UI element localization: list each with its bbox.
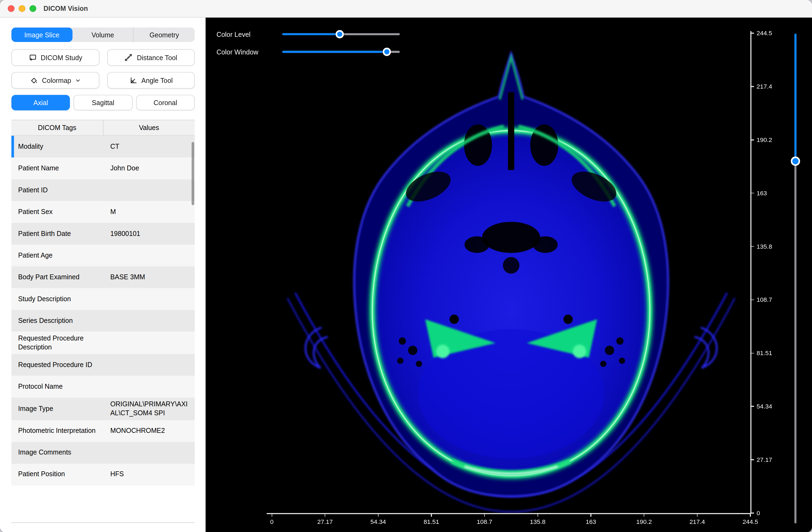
sidebar: Image Slice Volume Geometry DICOM Study <box>0 18 206 532</box>
table-row-patient-birth-date[interactable]: Patient Birth Date19800101 <box>11 223 194 244</box>
y-tick-label: 108.7 <box>756 296 772 303</box>
view-orientation-buttons: Axial Sagittal Coronal <box>11 95 194 110</box>
table-row-modality[interactable]: ModalityCT <box>11 136 194 157</box>
table-row-patient-id[interactable]: Patient ID <box>11 179 194 201</box>
table-row-patient-name[interactable]: Patient NameJohn Doe <box>11 158 194 179</box>
distance-caliper-icon <box>125 53 133 62</box>
angle-tool-label: Angle Tool <box>141 76 173 84</box>
y-tick-label: 217.4 <box>756 83 772 90</box>
table-row-series-description[interactable]: Series Description <box>11 310 194 332</box>
x-tick-label: 135.8 <box>530 518 546 526</box>
y-tick-label: 135.8 <box>756 243 772 250</box>
x-tick-label: 54.34 <box>371 518 386 526</box>
table-row-patient-sex[interactable]: Patient SexM <box>11 201 194 223</box>
coronal-button[interactable]: Coronal <box>136 95 195 110</box>
colormap-button[interactable]: Colormap <box>11 72 99 88</box>
distance-tool-button[interactable]: Distance Tool <box>107 49 194 66</box>
table-row-requested-procedure-description[interactable]: Requested Procedure Description <box>11 332 194 354</box>
table-row-image-comments[interactable]: Image Comments <box>11 442 194 463</box>
dicom-study-button[interactable]: DICOM Study <box>11 49 99 66</box>
table-row-study-description[interactable]: Study Description <box>11 288 194 310</box>
angle-tool-button[interactable]: Angle Tool <box>107 72 194 88</box>
slice-slider-fill <box>794 33 797 161</box>
x-tick-label: 108.7 <box>477 518 492 526</box>
table-scrollbar[interactable] <box>192 142 194 205</box>
x-tick-label: 190.2 <box>636 518 652 526</box>
dicom-study-label: DICOM Study <box>41 54 82 61</box>
table-row-body-part-examined[interactable]: Body Part ExaminedBASE 3MM <box>11 266 194 288</box>
column-header-values: Values <box>103 120 195 135</box>
minimize-button[interactable] <box>19 5 26 12</box>
x-tick-label: 163 <box>586 518 596 526</box>
study-card-plus-icon <box>28 53 37 62</box>
tab-volume[interactable]: Volume <box>72 27 133 42</box>
dicom-tags-table: DICOM Tags Values ModalityCT Patient Nam… <box>11 120 194 523</box>
column-header-tags: DICOM Tags <box>11 120 103 135</box>
close-button[interactable] <box>8 5 15 12</box>
x-axis-ticks: 0 27.17 54.34 81.51 108.7 135.8 163 190.… <box>272 513 750 526</box>
ct-slice-image <box>272 31 750 513</box>
paint-bucket-icon <box>29 76 38 85</box>
x-tick-label: 27.17 <box>317 518 333 526</box>
window-title: DICOM Vision <box>44 4 88 12</box>
y-axis-ticks: 244.5 217.4 190.2 163 135.8 108.7 81.51 … <box>750 33 781 513</box>
tool-buttons: DICOM Study Distance Tool <box>11 49 194 88</box>
table-row-patient-age[interactable]: Patient Age <box>11 244 194 266</box>
sagittal-button[interactable]: Sagittal <box>74 95 132 110</box>
x-tick-label: 217.4 <box>690 518 705 526</box>
slice-slider[interactable] <box>791 33 800 523</box>
y-tick-label: 190.2 <box>756 136 772 143</box>
selected-row-indicator <box>11 136 14 157</box>
table-row-image-type[interactable]: Image TypeORIGINAL\PRIMARY\AXIAL\CT_SOM4… <box>11 398 194 420</box>
y-tick-label: 27.17 <box>756 456 772 463</box>
distance-tool-label: Distance Tool <box>137 54 177 61</box>
table-body: ModalityCT Patient NameJohn Doe Patient … <box>11 136 194 486</box>
y-tick-label: 163 <box>756 190 767 197</box>
mode-tabs: Image Slice Volume Geometry <box>11 27 194 42</box>
colormap-label: Colormap <box>42 76 71 84</box>
x-tick-label: 244.5 <box>743 518 758 526</box>
zoom-button[interactable] <box>29 5 36 12</box>
slice-slider-handle[interactable] <box>791 156 800 166</box>
axial-button[interactable]: Axial <box>11 95 70 110</box>
x-tick-label: 81.51 <box>424 518 439 526</box>
x-tick-label: 0 <box>270 518 274 526</box>
traffic-lights <box>8 5 36 12</box>
y-tick-label: 54.34 <box>756 403 772 410</box>
y-tick-label: 0 <box>756 509 760 517</box>
viewer-canvas[interactable]: Color Level Color Window <box>206 18 812 532</box>
titlebar: DICOM Vision <box>0 0 812 18</box>
y-tick-label: 244.5 <box>756 29 772 37</box>
y-tick-label: 81.51 <box>756 349 772 357</box>
angle-ruler-icon <box>129 76 137 85</box>
app-window: DICOM Vision Image Slice Volume Geometry… <box>0 0 812 532</box>
tab-geometry[interactable]: Geometry <box>133 27 194 42</box>
chevron-down-icon <box>75 78 81 83</box>
table-row-protocol-name[interactable]: Protocol Name <box>11 376 194 398</box>
tab-image-slice[interactable]: Image Slice <box>11 27 72 42</box>
table-header: DICOM Tags Values <box>11 120 194 136</box>
table-row-photometric-interpretation[interactable]: Photometric InterpretationMONOCHROME2 <box>11 420 194 442</box>
table-row-requested-procedure-id[interactable]: Requested Procedure ID <box>11 354 194 376</box>
table-row-patient-position[interactable]: Patient PositionHFS <box>11 463 194 485</box>
